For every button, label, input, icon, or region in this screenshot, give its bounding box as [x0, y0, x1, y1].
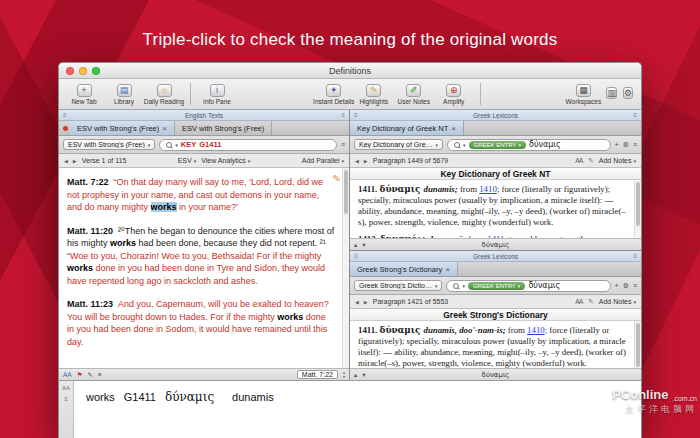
search-input[interactable]: ▾ GREEK ENTRY ▾ δύναμις: [446, 280, 610, 292]
greek-entry-badge[interactable]: GREEK ENTRY ▾: [468, 282, 525, 290]
reference-stepper[interactable]: ▴ ▾: [343, 371, 345, 379]
view-analytics-dropdown[interactable]: View Analytics ▾: [201, 157, 250, 164]
pencil-icon[interactable]: ✎: [588, 298, 594, 306]
search-scope-chevron-icon[interactable]: ▾: [462, 283, 465, 289]
next-paragraph-icon[interactable]: ▶: [364, 299, 368, 305]
lexicon-content[interactable]: 1411. δύναμις dunamis, doo'-nam-is; from…: [350, 321, 641, 368]
tab-greek-strongs[interactable]: Greek Strong's Dictionary ×: [350, 262, 458, 276]
workspaces-button[interactable]: ▦ Workspaces: [564, 84, 602, 105]
search-input[interactable]: ▾ GREEK ENTRY ▾ δύναμις: [447, 139, 610, 151]
key-word[interactable]: works: [67, 263, 93, 273]
add-icon[interactable]: +: [615, 282, 619, 289]
lexicon-content[interactable]: 1411. δύναμις dunamis; from 1410; force …: [350, 180, 641, 238]
settings-button[interactable]: ⚙: [623, 82, 633, 100]
scrollbar[interactable]: [342, 168, 349, 368]
gear-icon[interactable]: ⚙: [623, 141, 629, 149]
add-icon[interactable]: +: [615, 141, 619, 148]
next-paragraph-icon[interactable]: ▶: [364, 158, 368, 164]
menu-icon[interactable]: ≡: [633, 141, 637, 148]
zone-menu-icon[interactable]: ≡: [354, 112, 358, 118]
user-notes-button[interactable]: ✐ User Notes: [395, 84, 433, 105]
zoom-window-button[interactable]: [92, 67, 100, 75]
scrollbar-thumb[interactable]: [344, 170, 348, 214]
greek-entry-badge[interactable]: GREEK ENTRY ▾: [469, 141, 526, 149]
scrollbar-thumb[interactable]: [636, 182, 640, 226]
verse-matt-11-23[interactable]: Matt. 11:23And you, Capernaum, will you …: [67, 298, 335, 348]
key-word[interactable]: works: [110, 238, 136, 248]
entry-text: from: [458, 184, 480, 194]
verse-matt-7-22[interactable]: Matt. 7:22“On that day many will say to …: [67, 176, 335, 214]
notes-pencil-icon[interactable]: ✎: [88, 371, 93, 379]
zone-header-greek-lexicons[interactable]: ≡ Greek Lexicons ≡: [350, 110, 641, 121]
previous-verse-icon[interactable]: ◀: [64, 158, 68, 164]
search-input[interactable]: ▾ KEY G1411: [159, 139, 337, 151]
current-reference-box[interactable]: Matt. 7:22: [297, 370, 338, 379]
module-select[interactable]: Greek Strong's Dictio… ▾: [354, 280, 442, 291]
verse-ref: Matt. 11:23: [67, 299, 113, 309]
zone-options-icon[interactable]: ≡: [633, 112, 637, 118]
tab-close-icon[interactable]: ×: [451, 124, 456, 133]
zone-menu-icon[interactable]: ≡: [63, 112, 67, 118]
library-button[interactable]: ▤ Library: [105, 84, 143, 105]
menu-icon[interactable]: ≡: [633, 282, 637, 289]
zone-options-icon[interactable]: ≡: [341, 112, 345, 118]
version-dropdown[interactable]: ESV ▾: [178, 157, 197, 164]
stepper-down-icon[interactable]: ▾: [343, 375, 345, 379]
highlights-button[interactable]: ✎ Highlights: [355, 84, 393, 105]
previous-paragraph-icon[interactable]: ◀: [355, 158, 359, 164]
verse-matt-11-20[interactable]: Matt. 11:20²⁰Then he began to denounce t…: [67, 225, 335, 288]
close-window-button[interactable]: [66, 67, 74, 75]
list-icon[interactable]: ≡: [64, 396, 68, 402]
scrollbar[interactable]: [634, 180, 641, 238]
strongs-link[interactable]: 1410: [527, 325, 545, 335]
layout-button[interactable]: ▥: [606, 82, 617, 100]
add-notes-dropdown[interactable]: Add Notes ▾: [599, 157, 636, 164]
title-bar[interactable]: Definitions: [59, 63, 641, 79]
minimize-window-button[interactable]: [79, 67, 87, 75]
tab-esv-strongs-active[interactable]: ESV with Strong's (Free) ×: [70, 121, 175, 135]
tab-key-dictionary[interactable]: Key Dictionary of Greek NT ×: [350, 121, 464, 135]
text-size-icon[interactable]: AA: [575, 157, 583, 164]
instant-details-button[interactable]: ✦ Instant Details: [315, 84, 353, 105]
info-pane-button[interactable]: i Info Pane: [198, 84, 236, 105]
text-size-icon[interactable]: AA: [63, 371, 72, 378]
zone-menu-icon[interactable]: ≡: [354, 253, 358, 259]
search-scope-chevron-icon[interactable]: ▾: [463, 142, 466, 148]
next-verse-icon[interactable]: ▶: [73, 158, 77, 164]
key-hit-word[interactable]: works: [151, 202, 177, 212]
stepper-down-icon[interactable]: ▾: [362, 371, 365, 379]
amplify-button[interactable]: ⊕ Amplify: [435, 84, 473, 105]
previous-paragraph-icon[interactable]: ◀: [355, 299, 359, 305]
verse-content[interactable]: Matt. 7:22“On that day many will say to …: [59, 168, 349, 368]
add-parallel-dropdown[interactable]: Add Parallel ▾: [302, 157, 344, 164]
tab-close-icon[interactable]: ×: [445, 265, 450, 274]
module-select[interactable]: Key Dictionary of Gre… ▾: [354, 139, 443, 150]
search-scope-chevron-icon[interactable]: ▾: [175, 142, 178, 148]
scrollbar-thumb[interactable]: [636, 323, 640, 367]
flag-icon[interactable]: ⚑: [77, 371, 83, 379]
list-menu-icon[interactable]: ≡: [98, 371, 102, 378]
text-size-icon[interactable]: AA: [62, 385, 70, 391]
edit-pencil-icon[interactable]: ✎: [333, 173, 341, 184]
key-word[interactable]: works: [277, 312, 303, 322]
new-tab-button[interactable]: + New Tab: [65, 84, 103, 105]
scrollbar[interactable]: [634, 321, 641, 368]
pencil-icon[interactable]: ✎: [588, 157, 594, 165]
search-options-icon[interactable]: ≡: [341, 141, 345, 148]
stepper-up-icon[interactable]: ▴: [354, 371, 357, 379]
text-size-icon[interactable]: AA: [575, 298, 583, 305]
strongs-link[interactable]: 1410: [479, 184, 497, 194]
zone-options-icon[interactable]: ≡: [633, 253, 637, 259]
stepper-down-icon[interactable]: ▾: [362, 241, 365, 249]
current-entry-label: δύναμις: [350, 241, 641, 249]
zone-header-english-texts[interactable]: ≡ English Texts ≡: [59, 110, 349, 121]
tab-esv-strongs-2[interactable]: ESV with Strong's (Free): [175, 121, 272, 135]
module-select[interactable]: ESV with Strong's (Free) ▾: [63, 139, 155, 150]
tab-close-icon[interactable]: ×: [162, 124, 167, 133]
zone-header-greek-lexicons[interactable]: ≡ Greek Lexicons ≡: [350, 251, 641, 262]
gear-icon[interactable]: ⚙: [623, 282, 629, 290]
daily-reading-button[interactable]: ☼ Daily Reading: [145, 84, 183, 105]
zone-label: Greek Lexicons: [473, 253, 518, 260]
stepper-up-icon[interactable]: ▴: [354, 241, 357, 249]
add-notes-dropdown[interactable]: Add Notes ▾: [599, 298, 636, 305]
